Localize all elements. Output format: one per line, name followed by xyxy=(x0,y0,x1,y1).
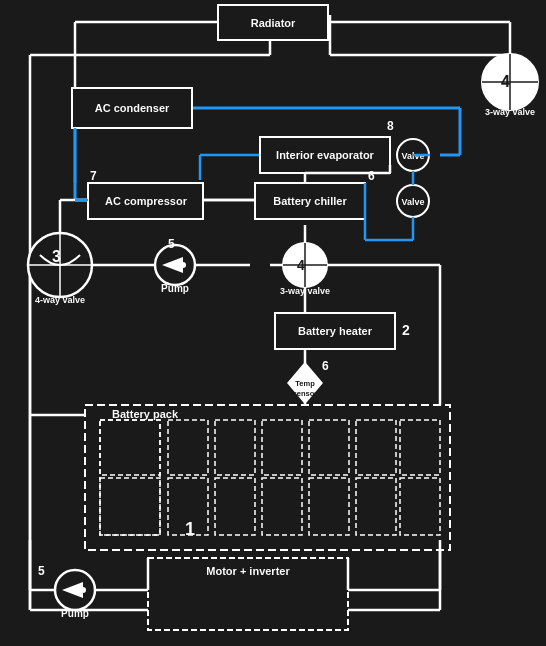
svg-text:5: 5 xyxy=(38,564,45,578)
battery-chiller-label: Battery chiller xyxy=(273,195,347,207)
diagram: 1 2 3 4 4 5 5 6 7 8 6 Radiator AC conden… xyxy=(0,0,546,646)
three-way-valve-top-label: 3-way valve xyxy=(485,107,535,117)
svg-text:6: 6 xyxy=(368,169,375,183)
svg-point-69 xyxy=(180,262,186,268)
svg-text:6: 6 xyxy=(322,359,329,373)
radiator-label: Radiator xyxy=(251,17,296,29)
motor-inverter-label: Motor + inverter xyxy=(206,565,290,577)
diagram-svg: 1 2 3 4 4 5 5 6 7 8 6 Radiator AC conden… xyxy=(0,0,546,646)
three-way-valve-center-label: 3-way valve xyxy=(280,286,330,296)
svg-text:1: 1 xyxy=(185,519,195,539)
temp-sensor-label2: sensor xyxy=(293,389,318,398)
svg-text:4: 4 xyxy=(501,73,510,90)
temp-sensor-label1: Temp xyxy=(295,379,315,388)
svg-text:5: 5 xyxy=(168,237,175,251)
svg-text:2: 2 xyxy=(402,322,410,338)
svg-text:4: 4 xyxy=(297,257,305,273)
svg-text:3: 3 xyxy=(52,248,61,265)
pump2-label: Pump xyxy=(61,608,89,619)
four-way-valve-left-label: 4-way valve xyxy=(35,295,85,305)
interior-evaporator-label: Interior evaporator xyxy=(276,149,375,161)
valve2-label: Valve xyxy=(401,197,424,207)
svg-text:7: 7 xyxy=(90,169,97,183)
svg-text:8: 8 xyxy=(387,119,394,133)
ac-compressor-label: AC compressor xyxy=(105,195,188,207)
ac-condenser-label: AC condenser xyxy=(95,102,170,114)
pump1-label: Pump xyxy=(161,283,189,294)
battery-heater-label: Battery heater xyxy=(298,325,373,337)
svg-point-71 xyxy=(80,587,86,593)
battery-pack-label: Battery pack xyxy=(112,408,179,420)
